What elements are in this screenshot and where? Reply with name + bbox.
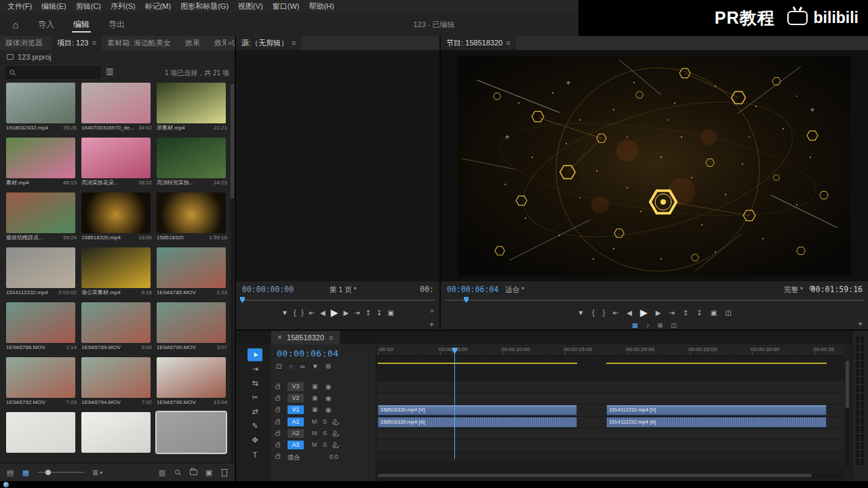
1E9A5792.MOV[interactable]: 1E9A5792.MOV 7:23 (5, 356, 80, 411)
safe-margins-icon[interactable]: ⊞ (657, 321, 663, 329)
taskbar-app-icon[interactable] (3, 482, 9, 487)
蒲公英素材.mp4[interactable]: 蒲公英素材.mp4 9:18 (80, 246, 155, 301)
track-name-v3[interactable]: V3 (288, 382, 304, 391)
comparison-view-icon[interactable]: ◫ (725, 309, 731, 317)
scrollbar-thumb[interactable] (231, 83, 234, 199)
add-marker-icon[interactable]: ▼ (281, 309, 288, 317)
step-forward-icon[interactable]: ▶ (656, 309, 661, 317)
极致幼稚踩点...[interactable]: 极致幼稚踩点... 59:24 (5, 191, 80, 246)
play-icon[interactable]: ▶ (640, 307, 648, 318)
panel-tab-media-browser[interactable]: 媒体浏览器 (0, 36, 52, 50)
mark-in-icon[interactable]: { (294, 309, 296, 317)
project-file-row[interactable]: 123.prproj (0, 50, 235, 64)
158518320.mp4[interactable]: 158518320.mp4 16:00 (80, 191, 155, 246)
zoom-slider-knob[interactable] (45, 470, 51, 475)
lift-icon[interactable]: ↥ (683, 309, 688, 317)
clip-thumbnail[interactable] (6, 302, 75, 343)
voiceover-mic-icon[interactable] (334, 419, 336, 424)
sync-lock-icon[interactable]: ▣ (312, 406, 318, 413)
高清实拍花朵...[interactable]: 高清实拍花朵... 28:22 (80, 136, 155, 191)
solo-button[interactable]: S (323, 418, 327, 425)
project-clip[interactable] (155, 411, 231, 464)
slip-tool[interactable]: ⇄ (248, 405, 262, 418)
nest-toggle-icon[interactable]: ⊡ (276, 363, 281, 370)
icon-view-button[interactable]: ▦ (22, 468, 30, 477)
1E9A5790.MOV[interactable]: 1E9A5790.MOV 3:07 (155, 301, 231, 356)
source-playhead[interactable] (240, 297, 245, 303)
track-header-a2[interactable]: A2 M S (271, 428, 376, 439)
clip-thumbnail[interactable] (81, 247, 151, 288)
menu-item[interactable]: 窗口(W) (268, 0, 304, 13)
track-name-a1[interactable]: A1 (288, 418, 304, 426)
source-tab[interactable]: 源:（无剪辑）≡ (236, 36, 301, 50)
timeline-playhead-line[interactable] (454, 349, 455, 459)
new-item-button[interactable]: ▣ (205, 468, 213, 477)
voiceover-mic-icon[interactable] (334, 430, 336, 435)
solo-button[interactable]: S (323, 441, 327, 448)
panel-menu-icon[interactable]: ≡ (506, 36, 510, 50)
track-output-icon[interactable]: ◉ (326, 383, 332, 390)
timeline-timecode[interactable]: 00:00:06:04 (277, 348, 339, 359)
workspace-tab-import[interactable]: 导入 (28, 13, 64, 36)
clip-thumbnail[interactable] (6, 412, 75, 453)
1514112232.mp4[interactable]: 1514112232.mp4 2:02:02 (5, 246, 80, 301)
sync-lock-icon[interactable]: ▣ (312, 383, 318, 390)
panel-menu-icon[interactable]: ≡ (292, 36, 296, 50)
sort-order-button[interactable]: ≣▾ (92, 468, 102, 477)
extract-icon[interactable]: ↧ (696, 309, 702, 317)
clip-thumbnail[interactable] (6, 138, 75, 178)
snap-icon[interactable]: ∩ (288, 363, 293, 370)
scrollbar-thumb[interactable] (846, 361, 849, 408)
mix-volume-value[interactable]: 0.0 (330, 453, 338, 460)
sync-lock-icon[interactable]: ▣ (312, 394, 318, 401)
track-output-icon[interactable]: ◉ (326, 406, 332, 413)
track-lock-icon[interactable] (275, 386, 280, 389)
panel-menu-icon[interactable]: ≡ (329, 333, 333, 342)
track-select-tool[interactable]: ⇥ (248, 363, 262, 375)
sequence-tab[interactable]: × 158518320 ≡ (271, 331, 340, 344)
scrubber-track[interactable] (240, 300, 435, 301)
scrollbar-thumb[interactable] (378, 474, 812, 477)
1918032432.mp4[interactable]: 1918032432.mp4 35:26 (5, 81, 80, 136)
timeline-clip[interactable]: 158518320.mp4 [A] (378, 417, 577, 428)
add-marker-icon[interactable]: ▼ (577, 309, 584, 317)
1E9A5785.MOV[interactable]: 1E9A5785.MOV 1:23 (155, 246, 231, 301)
home-icon[interactable]: ⌂ (8, 19, 23, 30)
track-header-mix[interactable]: 混合 0.0 (271, 451, 376, 462)
program-timecode[interactable]: 00:00:06:04 (447, 285, 498, 294)
thumbnail-zoom-slider[interactable] (37, 468, 85, 477)
track-header-a3[interactable]: A3 M S (271, 440, 376, 451)
step-back-icon[interactable]: ◀ (627, 309, 632, 317)
scrubber-track[interactable] (445, 300, 864, 301)
track-name-a2[interactable]: A2 (288, 429, 304, 438)
clip-thumbnail[interactable] (157, 302, 226, 343)
program-scrubber[interactable] (441, 296, 868, 304)
delete-button[interactable] (220, 469, 229, 476)
track-header-v3[interactable]: V3 ▣ ◉ (271, 382, 376, 392)
track-lock-icon[interactable] (275, 432, 280, 436)
project-clip[interactable] (5, 411, 80, 464)
clip-thumbnail[interactable] (81, 192, 151, 233)
panel-tab-bin[interactable]: 素材箱: 海边酷美女 (102, 36, 180, 50)
track-lock-icon[interactable] (275, 455, 280, 459)
workspace-tab-export[interactable]: 导出 (99, 13, 134, 36)
track-header-v1[interactable]: V1 ▣ ◉ (271, 405, 376, 415)
menu-item[interactable]: 图形和标题(G) (176, 0, 233, 13)
project-clip[interactable] (80, 411, 155, 464)
1E9A5786.MOV[interactable]: 1E9A5786.MOV 1:14 (5, 301, 80, 356)
play-icon[interactable]: ▶ (331, 307, 338, 318)
drag-video-icon[interactable]: ▦ (632, 321, 638, 329)
mark-out-icon[interactable]: } (603, 309, 605, 317)
track-lane-v2[interactable] (376, 393, 844, 405)
go-to-out-icon[interactable]: ⇥ (669, 309, 675, 317)
panel-tab-effects[interactable]: 效果 (180, 36, 209, 50)
timeline-clip[interactable]: 1514112232.mp4 [A] (606, 417, 827, 428)
multi-camera-icon[interactable]: ◫ (671, 321, 677, 329)
clip-thumbnail[interactable] (157, 412, 226, 453)
track-lock-icon[interactable] (275, 421, 280, 424)
clip-thumbnail[interactable] (157, 138, 226, 178)
program-tab[interactable]: 节目: 158518320≡ (441, 36, 516, 50)
原素材.mp4[interactable]: 原素材.mp4 21:21 (155, 81, 231, 136)
menu-item[interactable]: 标记(M) (140, 0, 176, 13)
timeline-clip[interactable]: 1514112232.mp4 [V] (606, 405, 827, 415)
